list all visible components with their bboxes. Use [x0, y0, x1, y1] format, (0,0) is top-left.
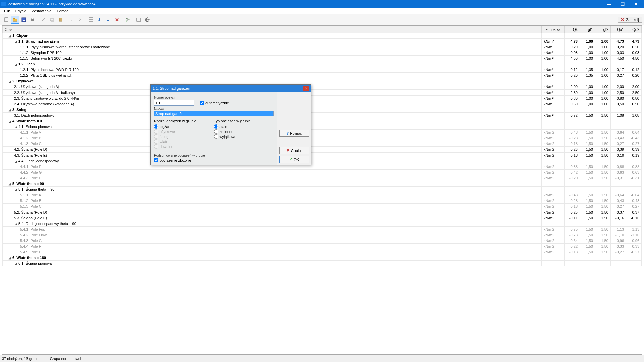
radio-wyjatkowe[interactable]	[214, 134, 218, 139]
col-qo2[interactable]: Qo2	[626, 26, 642, 33]
svg-rect-2	[23, 20, 25, 21]
table-row[interactable]: 5.4.3. Pole GkN/m2-0,641,501,50-0,96-0,9…	[3, 238, 642, 244]
table-row[interactable]: ◢ 6. Wiatr theta = 180	[3, 255, 642, 261]
table-row[interactable]: ◢ 4.1. Ściana pionowa	[3, 124, 642, 130]
table-row[interactable]: 5.1.3. Pole CkN/m2-0,181,501,50-0,27-0,2…	[3, 204, 642, 209]
table-row[interactable]: 1.1.3. Beton (wg EN 206) ciężkikN/m²4,50…	[3, 56, 642, 61]
table-row[interactable]: 3.1. Dach jednospadowykN/m²0,721,501,501…	[3, 113, 642, 118]
menu-zestawienie[interactable]: Zestawienie	[29, 8, 54, 14]
arrow-left-down-icon[interactable]	[96, 16, 104, 24]
globe-icon[interactable]	[143, 16, 151, 24]
col-qo1[interactable]: Qo1	[611, 26, 626, 33]
cut-icon[interactable]	[39, 16, 47, 24]
radio-uzytkowe	[154, 129, 158, 134]
menu-pomoc[interactable]: Pomoc	[54, 8, 71, 14]
table-row[interactable]: ◢ 5. Wiatr theta = 90	[3, 181, 642, 187]
col-jednostka[interactable]: Jednostka	[542, 26, 565, 33]
table-row[interactable]: 4.4.1. Pole FkN/m2-0,581,501,50-0,88-0,8…	[3, 164, 642, 170]
minimize-button[interactable]: —	[602, 0, 616, 8]
zlozone-label: obciążenie złożone	[160, 158, 191, 162]
table-row[interactable]: 5.4.2. Pole FlowkN/m2-0,731,501,50-1,10-…	[3, 232, 642, 238]
typ-heading: Typ obciążeń w grupie	[214, 119, 274, 123]
pomoc-button[interactable]: ?Pomoc	[279, 130, 309, 137]
table-row[interactable]: 5.4.5. Pole IkN/m2-0,181,501,50-0,27-0,2…	[3, 249, 642, 255]
window-title: Zestawienie obciążeń v.4.11 - [przykład …	[8, 2, 602, 6]
table-row[interactable]: 4.4.2. Pole GkN/m2-0,421,501,50-0,63-0,6…	[3, 170, 642, 175]
radio-snieg	[154, 134, 158, 139]
table-row[interactable]: 5.4.4. Pole HkN/m2-0,221,501,50-0,33-0,3…	[3, 244, 642, 249]
close-panel-button[interactable]: Zamknij	[618, 17, 642, 23]
new-icon[interactable]	[2, 16, 10, 24]
col-opis[interactable]: Opis	[3, 26, 542, 33]
grid-icon[interactable]	[87, 16, 95, 24]
zlozone-checkbox[interactable]	[154, 158, 158, 162]
tree-icon[interactable]	[124, 16, 132, 24]
undo-icon[interactable]	[67, 16, 75, 24]
table-row[interactable]: 5.1.1. Pole AkN/m2-0,431,501,50-0,64-0,6…	[3, 192, 642, 198]
table-row[interactable]: ◢ 3. Śnieg	[3, 107, 642, 113]
paste-icon[interactable]	[57, 16, 65, 24]
maximize-button[interactable]: ☐	[616, 0, 629, 8]
table-row[interactable]: 1.1.1. Płyty pilśniowe twarde, standardo…	[3, 44, 642, 50]
window-icon[interactable]	[135, 16, 143, 24]
radio-ciezar[interactable]	[154, 124, 158, 129]
status-count: 37 obciążeń, 13 grup	[2, 357, 37, 361]
table-row[interactable]: 2.2. Użytkowe (kategoria A - balkony)kN/…	[3, 90, 642, 96]
col-gf2[interactable]: gf2	[595, 26, 611, 33]
table-row[interactable]: 2.1. Użytkowe (kategoria A)kN/m²2,001,00…	[3, 84, 642, 90]
auto-checkbox[interactable]	[200, 101, 204, 105]
loads-table[interactable]: Opis Jednostka Qk gf1 gf2 Qo1 Qo2 ◢ 1. C…	[2, 26, 642, 266]
radio-zmienne[interactable]	[214, 129, 218, 134]
print-icon[interactable]	[29, 16, 37, 24]
menu-edycja[interactable]: Edycja	[13, 8, 29, 14]
table-row[interactable]: 1.2.1. Płyta dachowa PWD-PIR-120kN/m²0,1…	[3, 67, 642, 73]
radio-wiatr	[154, 139, 158, 144]
dialog-header[interactable]: 1.1. Strop nad garażem ✕	[151, 85, 311, 92]
anuluj-button[interactable]: ✕Anuluj	[279, 147, 309, 154]
table-row[interactable]: 5.1.2. Pole BkN/m2-0,281,501,50-0,43-0,4…	[3, 198, 642, 204]
table-row[interactable]: ◢ 4.4. Dach jednospadowy	[3, 158, 642, 164]
table-row[interactable]: ◢ 5.1. Ściana theta = 90	[3, 187, 642, 192]
nazwa-input[interactable]	[154, 111, 274, 116]
dialog-close-button[interactable]: ✕	[303, 86, 309, 91]
numer-input[interactable]	[154, 100, 194, 106]
open-icon[interactable]	[11, 16, 19, 24]
ok-button[interactable]: ✓OK	[279, 156, 309, 163]
dialog-title: 1.1. Strop nad garażem	[153, 86, 303, 90]
table-row[interactable]: 4.1.2. Pole BkN/m2-0,281,501,50-0,43-0,4…	[3, 135, 642, 141]
save-icon[interactable]	[20, 16, 28, 24]
table-row[interactable]: ◢ 6.1. Ściana pionowa	[3, 261, 642, 266]
table-row[interactable]: 1.1.2. Styropian EPS 100kN/m²0,031,001,0…	[3, 50, 642, 56]
table-row[interactable]: ◢ 1.2. Dach	[3, 61, 642, 67]
check-icon: ✓	[289, 157, 292, 162]
menu-plik[interactable]: Plik	[1, 8, 13, 14]
table-row[interactable]: 5.2. Ściana (Pole D)kN/m20,251,501,500,3…	[3, 209, 642, 215]
close-button[interactable]: ✕	[629, 0, 643, 8]
table-row[interactable]: ◢ 2. Użytkowe	[3, 78, 642, 84]
table-row[interactable]: 4.1.1. Pole AkN/m2-0,431,501,50-0,64-0,6…	[3, 130, 642, 135]
svg-rect-6	[51, 19, 54, 21]
table-row[interactable]: 5.3. Ściana (Pole E)kN/m2-0,111,501,50-0…	[3, 215, 642, 221]
table-row[interactable]: 2.3. Ściany działowe o c.w. do 2.0 kN/mk…	[3, 96, 642, 101]
table-row[interactable]: 4.1.3. Pole CkN/m2-0,181,501,50-0,27-0,2…	[3, 141, 642, 147]
table-row[interactable]: 4.4.3. Pole HkN/m2-0,201,501,50-0,31-0,3…	[3, 175, 642, 181]
close-icon	[621, 18, 625, 22]
table-row[interactable]: ◢ 5.4. Dach jednospadowy theta = 90	[3, 221, 642, 227]
delete-icon[interactable]	[113, 16, 121, 24]
radio-dowolne	[154, 144, 158, 149]
radio-stale[interactable]	[214, 124, 218, 129]
table-row[interactable]: ◢ 1.1. Strop nad garażemkN/m²4,731,001,0…	[3, 39, 642, 44]
table-row[interactable]: 5.4.1. Pole FupkN/m2-0,751,501,50-1,13-1…	[3, 227, 642, 232]
table-row[interactable]: 1.2.2. Płyta OSB plus wełna itd.kN/m²0,2…	[3, 73, 642, 78]
table-row[interactable]: 4.2. Ściana (Pole D)kN/m20,261,501,500,3…	[3, 147, 642, 153]
table-row[interactable]: ◢ 1. Ciężar	[3, 33, 642, 39]
redo-icon[interactable]	[76, 16, 84, 24]
copy-icon[interactable]	[48, 16, 56, 24]
table-row[interactable]: 4.3. Ściana (Pole E)kN/m2-0,131,501,50-0…	[3, 153, 642, 158]
col-gf1[interactable]: gf1	[580, 26, 595, 33]
content-area: Opis Jednostka Qk gf1 gf2 Qo1 Qo2 ◢ 1. C…	[2, 25, 642, 355]
col-qk[interactable]: Qk	[565, 26, 580, 33]
arrow-down-icon[interactable]	[104, 16, 112, 24]
table-row[interactable]: 2.4. Użytkowe poziome (kategoria A)kN/m²…	[3, 101, 642, 107]
table-row[interactable]: ◢ 4. Wiatr theta = 0	[3, 118, 642, 124]
